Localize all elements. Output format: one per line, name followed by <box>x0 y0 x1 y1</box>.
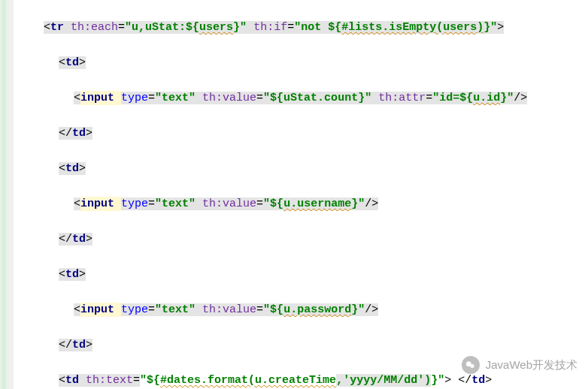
svg-point-1 <box>470 364 474 368</box>
watermark-text: JavaWeb开发技术 <box>486 359 577 372</box>
code-block: <tr th:each="u,uStat:${users}" th:if="no… <box>14 9 588 389</box>
watermark: JavaWeb开发技术 <box>462 356 577 374</box>
editor-gutter-fold <box>8 0 14 389</box>
wechat-icon <box>462 356 480 374</box>
